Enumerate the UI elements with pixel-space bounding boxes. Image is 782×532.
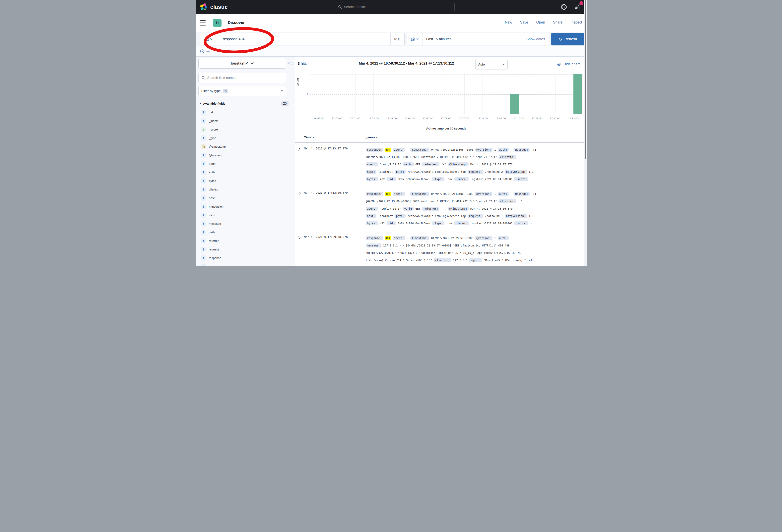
field-value: - [407, 236, 408, 240]
field-name: referrer [209, 239, 219, 242]
time-range-value[interactable]: Last 15 minutes [423, 37, 526, 41]
new-button[interactable]: New [505, 20, 512, 25]
chevron-down-icon [199, 103, 201, 105]
field-value: - [407, 148, 408, 151]
field-name: bytes [209, 179, 216, 183]
text-field-icon: t [201, 178, 206, 184]
text-field-icon: t [201, 247, 206, 252]
field-item-bytes[interactable]: tbytes [199, 177, 289, 185]
field-item-request[interactable]: trequest [199, 245, 289, 254]
field-badge: clientip: [499, 199, 516, 203]
open-button[interactable]: Open [536, 20, 545, 25]
index-pattern-selector[interactable]: logstash-* [199, 58, 286, 69]
field-value: - [510, 236, 512, 240]
field-item-path[interactable]: tpath [199, 228, 289, 236]
field-name: timestamp [209, 265, 223, 266]
text-field-icon: t [201, 187, 206, 192]
field-value: _doc [446, 222, 453, 225]
elastic-brand[interactable]: elastic [200, 3, 228, 11]
help-icon[interactable] [561, 4, 567, 10]
x-tick-label: 17:03:00 [383, 117, 400, 120]
horizontal-gridline [310, 74, 582, 75]
column-header-time[interactable]: Time [304, 136, 315, 139]
field-item-_type[interactable]: t_type [199, 134, 289, 142]
query-input[interactable]: response:404 [219, 33, 390, 45]
field-badge: clientip: [499, 155, 516, 159]
expand-row-icon[interactable] [298, 236, 301, 239]
field-value: 127.0.0.1 - - [04/Mar/2021:22:09:57 +000… [383, 244, 510, 247]
field-item-referrer[interactable]: treferrer [199, 236, 289, 245]
time-picker-calendar-button[interactable] [407, 33, 423, 45]
field-item-@version[interactable]: t@version [199, 151, 289, 159]
field-item-message[interactable]: tmessage [199, 219, 289, 228]
search-icon [201, 76, 205, 80]
field-item-ident[interactable]: tident [199, 211, 289, 219]
x-tick-label: 17:11:00 [528, 117, 546, 120]
chevron-down-icon [251, 62, 254, 64]
field-item-clientip[interactable]: tclientip [199, 185, 289, 194]
field-badge: agent: [366, 206, 378, 211]
newsfeed-icon[interactable] [574, 4, 581, 10]
field-item-agent[interactable]: tagent [199, 159, 289, 168]
hide-chart-button[interactable]: Hide chart [557, 62, 580, 66]
field-item-_index[interactable]: t_index [199, 117, 289, 125]
x-tick-label: 17:00:00 [328, 117, 346, 120]
field-item-auth[interactable]: tauth [199, 168, 289, 177]
field-item-host[interactable]: thost [199, 194, 289, 202]
field-name: httpversion [209, 205, 223, 208]
field-value: /var/www/example.com/logs/access.log [407, 215, 466, 218]
saved-query-menu-button[interactable] [200, 33, 219, 45]
field-search-input[interactable]: Search field names [199, 73, 286, 83]
results-panel: 3 hits Mar 4, 2021 @ 16:58:30.112 - Mar … [295, 56, 584, 266]
field-value: 127.0.0.1 [453, 259, 468, 262]
field-value: ::1 - - [531, 192, 543, 195]
add-filter-button[interactable]: + Add filter [214, 49, 231, 53]
field-value: CCBN_3cB04dGovJLPawl [398, 178, 430, 181]
show-dates-button[interactable]: Show dates [526, 37, 548, 41]
share-button[interactable]: Share [553, 20, 563, 25]
expand-row-icon[interactable] [298, 147, 301, 151]
y-tick-label: 2 [303, 72, 308, 76]
menu-icon[interactable] [200, 20, 206, 26]
expand-row-icon[interactable] [298, 192, 301, 195]
field-value: "http://127.0.0.1/" "Mozilla/5.0 (Macint… [366, 251, 523, 255]
histogram-bar[interactable] [573, 74, 582, 114]
field-item-@timestamp[interactable]: @timestamp [199, 142, 289, 151]
histogram-bar[interactable] [510, 94, 519, 114]
column-header-source[interactable]: _source [366, 136, 378, 139]
global-search-input[interactable]: Search Elastic [335, 3, 455, 11]
x-tick-label: 17:13:00 [564, 117, 582, 120]
field-item-_id[interactable]: t_id [199, 108, 289, 117]
field-badge: path: [395, 214, 405, 218]
inspect-button[interactable]: Inspect [570, 20, 582, 25]
scrollbar-thumb[interactable] [584, 0, 586, 159]
collapse-sidebar-icon[interactable] [288, 61, 293, 66]
query-input-box: response:404 KQL [200, 33, 404, 45]
refresh-button[interactable]: Refresh [551, 33, 584, 45]
x-tick-label: 17:10:00 [510, 117, 528, 120]
field-value: _doc [446, 178, 453, 181]
interval-select[interactable]: Auto [475, 60, 508, 69]
date-field-icon [201, 144, 206, 149]
field-badge: auth: [498, 236, 509, 240]
query-language-button[interactable]: KQL [390, 33, 404, 45]
field-item-httpversion[interactable]: thttpversion [199, 202, 289, 211]
space-avatar[interactable]: D [213, 19, 221, 27]
field-value: [04/Mar/2021:22:13:06 +0000] "GET /notfo… [366, 155, 497, 159]
available-fields-header[interactable]: Available fields 20 [199, 101, 288, 106]
x-tick-label: 17:09:00 [492, 117, 509, 120]
field-badge: _type: [432, 177, 445, 181]
field-name: _id [209, 111, 213, 114]
field-badge: request: [468, 170, 483, 174]
save-button[interactable]: Save [520, 20, 528, 25]
saved-query-icon [205, 37, 209, 41]
filter-icon[interactable] [200, 49, 204, 53]
field-item-timestamp[interactable]: ttimestamp [199, 262, 289, 266]
top-nav: New Save Open Share Inspect [505, 20, 582, 25]
field-value: [04/Mar/2021:22:13:06 +0000] "GET /notfo… [366, 200, 497, 203]
field-item-response[interactable]: tresponse [199, 254, 289, 262]
filter-by-type-dropdown[interactable]: Filter by type 0 [199, 86, 286, 96]
field-badge: _type: [432, 221, 445, 225]
field-value: Mar 4, 2021 @ 17:13:06.870 [470, 207, 512, 210]
field-item-_score[interactable]: #_score [199, 125, 289, 134]
